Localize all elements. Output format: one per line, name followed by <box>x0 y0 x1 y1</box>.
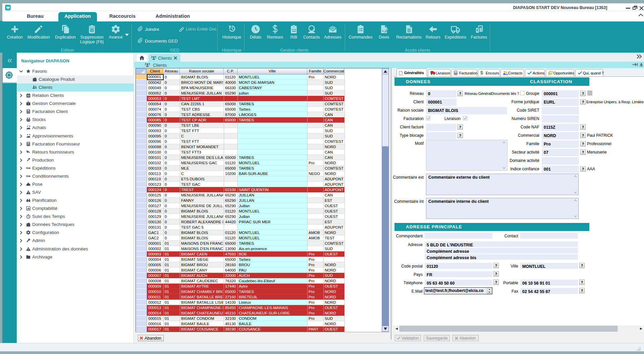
svg-text:€: € <box>476 28 478 32</box>
